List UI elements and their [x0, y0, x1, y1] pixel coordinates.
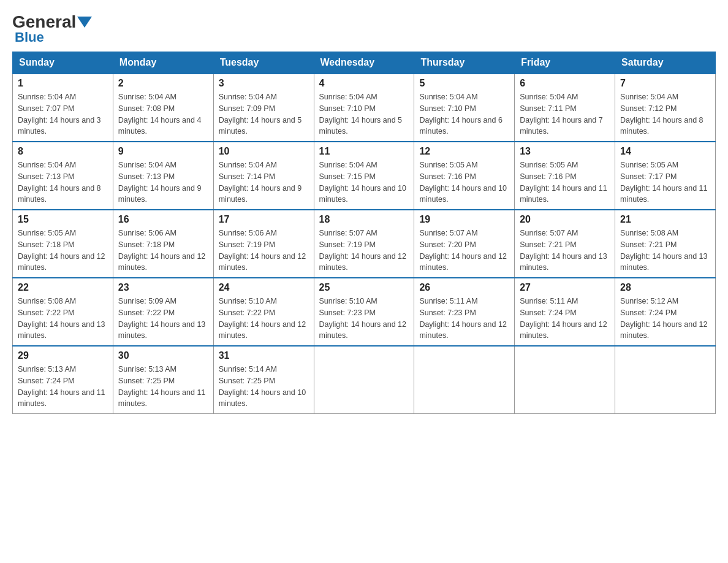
day-info: Sunrise: 5:04 AMSunset: 7:08 PMDaylight:…: [118, 91, 208, 137]
calendar-day-cell: 6Sunrise: 5:04 AMSunset: 7:11 PMDaylight…: [515, 74, 615, 142]
calendar-day-cell: 5Sunrise: 5:04 AMSunset: 7:10 PMDaylight…: [414, 74, 515, 142]
calendar-day-cell: 19Sunrise: 5:07 AMSunset: 7:20 PMDayligh…: [414, 210, 515, 278]
day-info: Sunrise: 5:11 AMSunset: 7:23 PMDaylight:…: [419, 296, 509, 342]
calendar-day-cell: 25Sunrise: 5:10 AMSunset: 7:23 PMDayligh…: [314, 278, 414, 346]
calendar-week-row: 22Sunrise: 5:08 AMSunset: 7:22 PMDayligh…: [13, 278, 716, 346]
day-info: Sunrise: 5:10 AMSunset: 7:23 PMDaylight:…: [319, 296, 409, 342]
day-number: 4: [319, 78, 409, 89]
day-number: 23: [118, 282, 208, 293]
day-number: 25: [319, 282, 409, 293]
day-header-friday: Friday: [515, 52, 615, 74]
day-header-sunday: Sunday: [13, 52, 113, 74]
day-number: 12: [419, 146, 509, 157]
calendar-week-row: 15Sunrise: 5:05 AMSunset: 7:18 PMDayligh…: [13, 210, 716, 278]
calendar-day-cell: 31Sunrise: 5:14 AMSunset: 7:25 PMDayligh…: [213, 346, 314, 414]
calendar-day-cell: 17Sunrise: 5:06 AMSunset: 7:19 PMDayligh…: [213, 210, 314, 278]
day-info: Sunrise: 5:04 AMSunset: 7:12 PMDaylight:…: [620, 91, 710, 137]
calendar-day-cell: 15Sunrise: 5:05 AMSunset: 7:18 PMDayligh…: [13, 210, 113, 278]
day-info: Sunrise: 5:07 AMSunset: 7:20 PMDaylight:…: [419, 228, 509, 274]
day-number: 30: [118, 350, 208, 361]
calendar-day-cell: 8Sunrise: 5:04 AMSunset: 7:13 PMDaylight…: [13, 142, 113, 210]
page-header: General Blue: [12, 12, 716, 45]
day-info: Sunrise: 5:05 AMSunset: 7:16 PMDaylight:…: [520, 159, 610, 205]
day-info: Sunrise: 5:05 AMSunset: 7:18 PMDaylight:…: [18, 228, 108, 274]
logo-blue-text: Blue: [15, 29, 44, 45]
calendar-day-cell: 20Sunrise: 5:07 AMSunset: 7:21 PMDayligh…: [515, 210, 615, 278]
day-number: 8: [18, 146, 108, 157]
day-info: Sunrise: 5:04 AMSunset: 7:10 PMDaylight:…: [419, 91, 509, 137]
calendar-day-cell: 1Sunrise: 5:04 AMSunset: 7:07 PMDaylight…: [13, 74, 113, 142]
day-info: Sunrise: 5:06 AMSunset: 7:18 PMDaylight:…: [118, 228, 208, 274]
day-info: Sunrise: 5:04 AMSunset: 7:09 PMDaylight:…: [219, 91, 309, 137]
calendar-day-cell: 24Sunrise: 5:10 AMSunset: 7:22 PMDayligh…: [213, 278, 314, 346]
calendar-week-row: 8Sunrise: 5:04 AMSunset: 7:13 PMDaylight…: [13, 142, 716, 210]
day-info: Sunrise: 5:14 AMSunset: 7:25 PMDaylight:…: [219, 364, 309, 410]
calendar-day-cell: 23Sunrise: 5:09 AMSunset: 7:22 PMDayligh…: [113, 278, 213, 346]
calendar-day-cell: 10Sunrise: 5:04 AMSunset: 7:14 PMDayligh…: [213, 142, 314, 210]
day-info: Sunrise: 5:04 AMSunset: 7:13 PMDaylight:…: [118, 159, 208, 205]
day-number: 29: [18, 350, 108, 361]
day-number: 14: [620, 146, 710, 157]
calendar-day-cell: [515, 346, 615, 414]
day-number: 6: [520, 78, 610, 89]
day-number: 24: [219, 282, 309, 293]
calendar-week-row: 1Sunrise: 5:04 AMSunset: 7:07 PMDaylight…: [13, 74, 716, 142]
day-number: 13: [520, 146, 610, 157]
calendar-table: SundayMondayTuesdayWednesdayThursdayFrid…: [12, 52, 716, 414]
calendar-day-cell: 26Sunrise: 5:11 AMSunset: 7:23 PMDayligh…: [414, 278, 515, 346]
calendar-day-cell: [414, 346, 515, 414]
day-header-saturday: Saturday: [615, 52, 716, 74]
calendar-day-cell: 13Sunrise: 5:05 AMSunset: 7:16 PMDayligh…: [515, 142, 615, 210]
day-info: Sunrise: 5:06 AMSunset: 7:19 PMDaylight:…: [219, 228, 309, 274]
day-number: 18: [319, 214, 409, 225]
day-info: Sunrise: 5:04 AMSunset: 7:11 PMDaylight:…: [520, 91, 610, 137]
calendar-day-cell: 18Sunrise: 5:07 AMSunset: 7:19 PMDayligh…: [314, 210, 414, 278]
calendar-day-cell: [615, 346, 716, 414]
day-info: Sunrise: 5:04 AMSunset: 7:07 PMDaylight:…: [18, 91, 108, 137]
day-number: 11: [319, 146, 409, 157]
day-info: Sunrise: 5:09 AMSunset: 7:22 PMDaylight:…: [118, 296, 208, 342]
day-info: Sunrise: 5:12 AMSunset: 7:24 PMDaylight:…: [620, 296, 710, 342]
day-info: Sunrise: 5:08 AMSunset: 7:22 PMDaylight:…: [18, 296, 108, 342]
day-info: Sunrise: 5:04 AMSunset: 7:14 PMDaylight:…: [219, 159, 309, 205]
calendar-day-cell: 28Sunrise: 5:12 AMSunset: 7:24 PMDayligh…: [615, 278, 716, 346]
day-number: 9: [118, 146, 208, 157]
day-number: 2: [118, 78, 208, 89]
calendar-day-cell: [314, 346, 414, 414]
day-number: 16: [118, 214, 208, 225]
day-number: 19: [419, 214, 509, 225]
day-info: Sunrise: 5:04 AMSunset: 7:13 PMDaylight:…: [18, 159, 108, 205]
calendar-day-cell: 9Sunrise: 5:04 AMSunset: 7:13 PMDaylight…: [113, 142, 213, 210]
day-header-wednesday: Wednesday: [314, 52, 414, 74]
day-info: Sunrise: 5:11 AMSunset: 7:24 PMDaylight:…: [520, 296, 610, 342]
calendar-day-cell: 12Sunrise: 5:05 AMSunset: 7:16 PMDayligh…: [414, 142, 515, 210]
day-number: 15: [18, 214, 108, 225]
day-info: Sunrise: 5:07 AMSunset: 7:19 PMDaylight:…: [319, 228, 409, 274]
day-number: 26: [419, 282, 509, 293]
calendar-header-row: SundayMondayTuesdayWednesdayThursdayFrid…: [13, 52, 716, 74]
calendar-day-cell: 11Sunrise: 5:04 AMSunset: 7:15 PMDayligh…: [314, 142, 414, 210]
day-info: Sunrise: 5:04 AMSunset: 7:15 PMDaylight:…: [319, 159, 409, 205]
logo-triangle-icon: [77, 17, 92, 28]
day-number: 21: [620, 214, 710, 225]
calendar-day-cell: 4Sunrise: 5:04 AMSunset: 7:10 PMDaylight…: [314, 74, 414, 142]
day-info: Sunrise: 5:05 AMSunset: 7:17 PMDaylight:…: [620, 159, 710, 205]
day-header-monday: Monday: [113, 52, 213, 74]
logo: General Blue: [12, 12, 93, 45]
day-number: 17: [219, 214, 309, 225]
day-number: 20: [520, 214, 610, 225]
day-number: 1: [18, 78, 108, 89]
day-number: 22: [18, 282, 108, 293]
calendar-day-cell: 27Sunrise: 5:11 AMSunset: 7:24 PMDayligh…: [515, 278, 615, 346]
day-number: 31: [219, 350, 309, 361]
day-info: Sunrise: 5:13 AMSunset: 7:24 PMDaylight:…: [18, 364, 108, 410]
day-number: 5: [419, 78, 509, 89]
day-header-thursday: Thursday: [414, 52, 515, 74]
day-number: 10: [219, 146, 309, 157]
calendar-day-cell: 22Sunrise: 5:08 AMSunset: 7:22 PMDayligh…: [13, 278, 113, 346]
day-info: Sunrise: 5:05 AMSunset: 7:16 PMDaylight:…: [419, 159, 509, 205]
day-info: Sunrise: 5:13 AMSunset: 7:25 PMDaylight:…: [118, 364, 208, 410]
day-info: Sunrise: 5:04 AMSunset: 7:10 PMDaylight:…: [319, 91, 409, 137]
calendar-week-row: 29Sunrise: 5:13 AMSunset: 7:24 PMDayligh…: [13, 346, 716, 414]
calendar-day-cell: 7Sunrise: 5:04 AMSunset: 7:12 PMDaylight…: [615, 74, 716, 142]
